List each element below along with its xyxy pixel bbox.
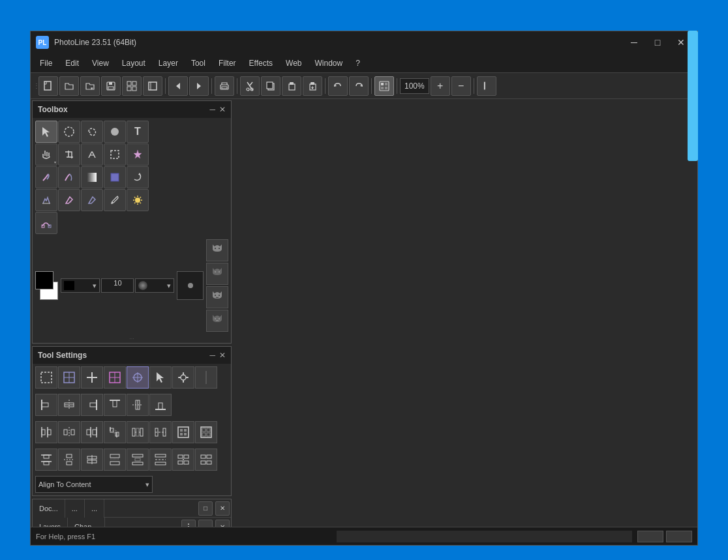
tool-circle[interactable] — [104, 121, 126, 143]
dist-vert-spread[interactable] — [127, 449, 149, 471]
align-right-edge[interactable] — [81, 394, 103, 416]
tool-rect-select[interactable] — [104, 143, 126, 166]
align-btn-cursor[interactable] — [149, 366, 172, 389]
dist-layers[interactable] — [172, 449, 194, 471]
align-dropdown[interactable]: Align To Content ▾ — [35, 476, 153, 493]
align-btn-dashed-rect[interactable] — [35, 366, 57, 389]
menu-filter[interactable]: Filter — [212, 56, 243, 70]
dist-center-v[interactable] — [58, 449, 80, 471]
dist-right[interactable] — [81, 421, 103, 443]
maximize-button[interactable]: □ — [646, 33, 669, 52]
layers-menu-button[interactable]: ⋮ — [181, 520, 196, 527]
paste2-button[interactable] — [303, 76, 322, 96]
layers-minimize-button[interactable]: ─ — [198, 520, 213, 527]
tool-smudge[interactable] — [35, 166, 57, 188]
doc-tab-2[interactable]: ... — [65, 499, 85, 518]
cut-button[interactable] — [240, 76, 260, 96]
paste-button[interactable] — [282, 76, 301, 96]
menu-layout[interactable]: Layout — [115, 56, 152, 70]
fg-color-box[interactable] — [35, 271, 53, 289]
menu-layer[interactable]: Layer — [152, 56, 185, 70]
align-top-edge[interactable] — [104, 394, 126, 416]
doc-tab-main[interactable]: Doc... — [33, 499, 65, 518]
more-toolbar-button[interactable]: ▎ — [477, 76, 496, 96]
tool-sun[interactable] — [127, 189, 149, 211]
dist-vert-spread2[interactable] — [149, 449, 172, 471]
brush-type-dropdown[interactable]: ▾ — [135, 278, 174, 293]
right-scrollbar[interactable] — [688, 31, 698, 161]
dist-spread-h2[interactable] — [149, 421, 172, 443]
menu-help[interactable]: ? — [349, 56, 367, 70]
tool-gradient[interactable] — [81, 166, 103, 188]
doc-panel-close[interactable]: ✕ — [215, 501, 230, 516]
align-btn-target[interactable] — [127, 366, 149, 389]
dist-center-h[interactable] — [58, 421, 80, 443]
align-left-center[interactable] — [58, 394, 80, 416]
tool-eyedropper[interactable] — [104, 189, 126, 211]
undo-button[interactable] — [328, 76, 348, 96]
prev-button[interactable] — [168, 76, 188, 96]
dist-vert-spacing[interactable] — [104, 449, 126, 471]
tool-text[interactable]: T — [127, 121, 149, 143]
color-mode-dropdown[interactable]: ▾ — [61, 278, 100, 293]
cat-icon-3[interactable] — [206, 286, 228, 308]
tool-dodge[interactable] — [58, 166, 80, 188]
dist-wrap2[interactable] — [195, 421, 217, 443]
tool-settings-minimize[interactable]: ─ — [209, 351, 215, 360]
tool-pen[interactable] — [58, 189, 80, 211]
dist-vert-center[interactable] — [81, 449, 103, 471]
dist-spread-h[interactable] — [127, 421, 149, 443]
clip-button[interactable] — [143, 76, 162, 96]
tool-select[interactable] — [35, 121, 57, 143]
tool-stamp[interactable] — [35, 189, 57, 211]
print-button[interactable] — [215, 76, 234, 96]
cat-icon-2[interactable] — [206, 263, 228, 285]
menu-file[interactable]: File — [33, 56, 59, 70]
align-btn-crosshair[interactable] — [58, 366, 80, 389]
doc-panel-maximize[interactable]: □ — [198, 501, 213, 516]
tool-hand[interactable]: ▾ — [35, 143, 57, 166]
tool-rect[interactable] — [104, 166, 126, 188]
tool-path[interactable] — [35, 212, 57, 234]
dist-left-content[interactable] — [104, 421, 126, 443]
tool-settings-close[interactable]: ✕ — [219, 351, 226, 360]
next-button[interactable] — [189, 76, 209, 96]
layers-tab[interactable]: Layers — [33, 518, 68, 527]
menu-view[interactable]: View — [85, 56, 115, 70]
menu-edit[interactable]: Edit — [59, 56, 85, 70]
dist-wrap[interactable] — [172, 421, 194, 443]
copy-button[interactable] — [261, 76, 281, 96]
save-button[interactable] — [101, 76, 121, 96]
cat-icon-1[interactable] — [206, 239, 228, 261]
tool-lasso[interactable] — [81, 121, 103, 143]
menu-effects[interactable]: Effects — [243, 56, 279, 70]
grid-button[interactable] — [122, 76, 142, 96]
open-recent-button[interactable]: ▾ — [80, 76, 100, 96]
layers-close-button[interactable]: ✕ — [215, 520, 230, 527]
open-button[interactable] — [59, 76, 79, 96]
dist-top[interactable] — [35, 449, 57, 471]
redo-button[interactable] — [349, 76, 369, 96]
zoom-view-button[interactable] — [374, 76, 394, 96]
tool-ellipse-select[interactable] — [58, 121, 80, 143]
tool-paint[interactable] — [81, 143, 103, 166]
menu-window[interactable]: Window — [309, 56, 350, 70]
brush-size-input[interactable]: 10 — [101, 278, 134, 293]
align-btn-crosshair-purple[interactable] — [104, 366, 126, 389]
toolbox-close[interactable]: ✕ — [219, 105, 226, 114]
doc-tab-3[interactable]: ... — [85, 499, 104, 518]
menu-tool[interactable]: Tool — [185, 56, 212, 70]
toolbox-minimize[interactable]: ─ — [209, 105, 215, 114]
tool-eraser[interactable] — [81, 189, 103, 211]
tool-star[interactable] — [127, 143, 149, 166]
align-left-edge[interactable] — [35, 394, 57, 416]
minimize-button[interactable]: ─ — [623, 33, 645, 52]
toolbar-grip[interactable]: ⋮⋮ — [33, 82, 37, 89]
menu-web[interactable]: Web — [279, 56, 308, 70]
new-document-button[interactable] — [38, 76, 58, 96]
tool-crop[interactable] — [58, 143, 80, 166]
zoom-out-button[interactable]: − — [451, 76, 471, 96]
cat-icon-4[interactable] — [206, 310, 228, 332]
dist-layers2[interactable] — [195, 449, 217, 471]
align-bottom-edge[interactable] — [149, 394, 172, 416]
